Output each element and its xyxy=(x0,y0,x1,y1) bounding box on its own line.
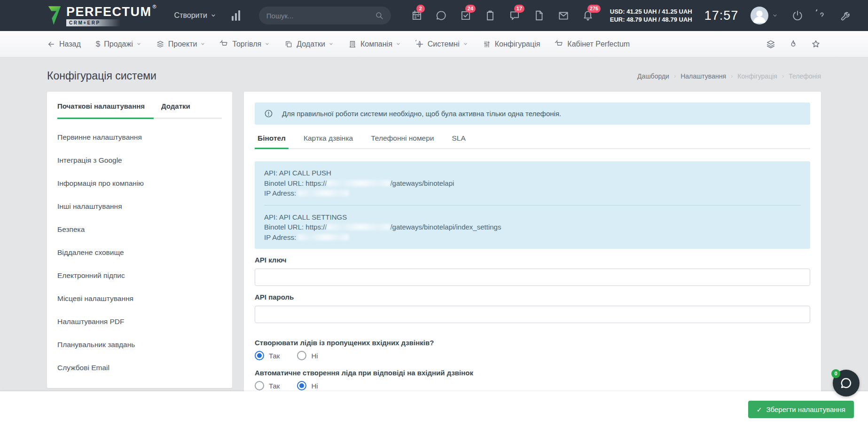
breadcrumb-separator: › xyxy=(782,72,784,79)
sidebar-item-10[interactable]: Службові Email xyxy=(57,356,222,379)
save-settings-button[interactable]: ✓ Зберегти налаштування xyxy=(748,401,854,418)
chat-round-button[interactable] xyxy=(435,9,447,22)
radio-label: Ні xyxy=(311,352,318,360)
nav-item-4[interactable]: Додатки xyxy=(284,40,333,48)
telephony-tab-1[interactable]: Картка дзвінка xyxy=(301,134,356,148)
calendar-button[interactable]: 2 xyxy=(411,9,423,22)
sidebar-item-1[interactable]: Інтеграція з Google xyxy=(57,149,222,172)
module-nav: Назад$ПродажіПроектиТоргівляДодаткиКомпа… xyxy=(0,31,868,57)
power-icon xyxy=(791,9,804,22)
arrow-left-icon xyxy=(47,40,55,48)
sidebar-items: Первинне налаштуванняІнтеграція з Google… xyxy=(57,119,222,379)
sidebar-item-7[interactable]: Місцеві налаштування xyxy=(57,287,222,310)
search-input[interactable] xyxy=(266,12,375,20)
mail-button[interactable] xyxy=(557,9,570,22)
user-menu[interactable] xyxy=(751,7,777,24)
sidebar-tab-1[interactable]: Додатки xyxy=(154,102,222,118)
sidebar-item-6[interactable]: Електронний підпис xyxy=(57,264,222,287)
clipboard-icon xyxy=(484,9,496,22)
comment-square-button[interactable]: 17 xyxy=(508,9,521,22)
chevron-down-icon xyxy=(265,42,269,46)
dollar-icon: $ xyxy=(96,40,100,49)
nav-item-label: Конфігурація xyxy=(495,40,540,48)
field-input-1[interactable] xyxy=(255,306,810,323)
nav-item-5[interactable]: Компанія xyxy=(348,40,400,48)
radio-group-1: Так Ні xyxy=(255,381,810,390)
statistics-button[interactable] xyxy=(232,10,240,21)
nav-item-6[interactable]: Системні xyxy=(415,40,468,48)
cart-icon xyxy=(220,40,228,48)
field-input-0[interactable] xyxy=(255,269,810,286)
radio-unchecked-icon[interactable] xyxy=(255,381,264,390)
global-search xyxy=(259,7,391,24)
sidebar-tab-0[interactable]: Початкові налаштування xyxy=(57,102,154,118)
cart-icon xyxy=(555,40,563,48)
radio-option-1-0[interactable]: Так xyxy=(255,381,280,390)
breadcrumb-item[interactable]: Налаштування xyxy=(680,72,726,80)
currency-rates: USD: 41.25 UAH / 41.25 UAH EUR: 48.79 UA… xyxy=(610,8,692,24)
bell-button[interactable]: 276 xyxy=(582,9,594,22)
telephony-tab-2[interactable]: Телефонні номери xyxy=(368,134,437,148)
nav-item-label: Кабінет Perfectum xyxy=(567,40,630,48)
radio-label: Так xyxy=(269,382,280,390)
notification-badge: 2 xyxy=(416,5,425,13)
nav-item-7[interactable]: Конфігурація xyxy=(483,40,540,48)
save-settings-label: Зберегти налаштування xyxy=(766,405,845,413)
radio-group-0: Так Ні xyxy=(255,351,810,360)
nav-item-2[interactable]: Проекти xyxy=(156,40,205,48)
nav-item-1[interactable]: $Продажі xyxy=(96,40,141,49)
support-chat-button[interactable]: 0 xyxy=(833,370,860,396)
clock: 17:57 xyxy=(704,8,739,23)
usd-rate: USD: 41.25 UAH / 41.25 UAH xyxy=(610,8,692,16)
perfectum-logo[interactable]: PERFECTUM ® CRM+ERP xyxy=(47,5,156,26)
file-button[interactable] xyxy=(533,9,545,22)
telephony-tab-3[interactable]: SLA xyxy=(449,134,469,148)
sidebar-item-4[interactable]: Безпека xyxy=(57,218,222,241)
settings-sidebar: Початкові налаштуванняДодатки Первинне н… xyxy=(47,92,232,388)
sidebar-item-5[interactable]: Віддалене сховище xyxy=(57,241,222,264)
file-icon xyxy=(533,9,545,22)
chevron-down-icon xyxy=(396,42,400,46)
radio-unchecked-icon[interactable] xyxy=(297,351,306,360)
task-check-button[interactable]: 24 xyxy=(460,9,472,22)
search-icon[interactable] xyxy=(375,11,383,20)
stack-icon xyxy=(766,39,776,49)
radio-option-1-1[interactable]: Ні xyxy=(297,381,318,390)
breadcrumb-item[interactable]: Конфігурація xyxy=(737,72,777,80)
telephony-tab-0[interactable]: Бінотел xyxy=(255,134,289,148)
check-icon: ✓ xyxy=(757,406,762,413)
star-button[interactable] xyxy=(811,39,821,49)
sidebar-item-8[interactable]: Налаштування PDF xyxy=(57,310,222,333)
api-title: API: API CALL SETTINGS xyxy=(264,212,801,222)
header-icon-bar: 22417276 xyxy=(411,9,594,22)
radio-label: Ні xyxy=(311,382,318,390)
sidebar-item-0[interactable]: Первинне налаштування xyxy=(57,126,222,149)
clipboard-button[interactable] xyxy=(484,9,496,22)
wrench-button[interactable] xyxy=(840,9,852,22)
nav-item-8[interactable]: Кабінет Perfectum xyxy=(555,40,630,48)
radio-checked-icon[interactable] xyxy=(297,381,306,390)
breadcrumb-item[interactable]: Дашборди xyxy=(637,72,669,80)
create-button[interactable]: Створити xyxy=(174,11,216,20)
nav-item-label: Назад xyxy=(59,40,81,48)
redacted-domain xyxy=(327,224,390,230)
create-button-label: Створити xyxy=(174,11,207,20)
nav-item-3[interactable]: Торгівля xyxy=(220,40,269,48)
sidebar-item-2[interactable]: Інформація про компанію xyxy=(57,172,222,195)
flame-button[interactable] xyxy=(788,39,798,49)
question-label-0: Створювати лідів із пропущених вхідних д… xyxy=(255,339,810,347)
stack-button[interactable] xyxy=(766,39,776,49)
api-url: Binotel URL: https:///gateways/binotelap… xyxy=(264,178,801,189)
sidebar-item-3[interactable]: Інші налаштування xyxy=(57,195,222,218)
help-button[interactable] xyxy=(816,9,828,22)
nav-item-0[interactable]: Назад xyxy=(47,40,81,48)
sidebar-tab-underline xyxy=(57,118,222,119)
radio-checked-icon[interactable] xyxy=(255,351,264,360)
radio-option-0-0[interactable]: Так xyxy=(255,351,280,360)
radio-option-0-1[interactable]: Ні xyxy=(297,351,318,360)
power-button[interactable] xyxy=(791,9,804,22)
breadcrumb-item[interactable]: Телефонія xyxy=(789,72,821,80)
field-label-0: API ключ xyxy=(255,256,810,264)
globe-icon xyxy=(415,40,424,48)
sidebar-item-9[interactable]: Планувальник завдань xyxy=(57,333,222,356)
